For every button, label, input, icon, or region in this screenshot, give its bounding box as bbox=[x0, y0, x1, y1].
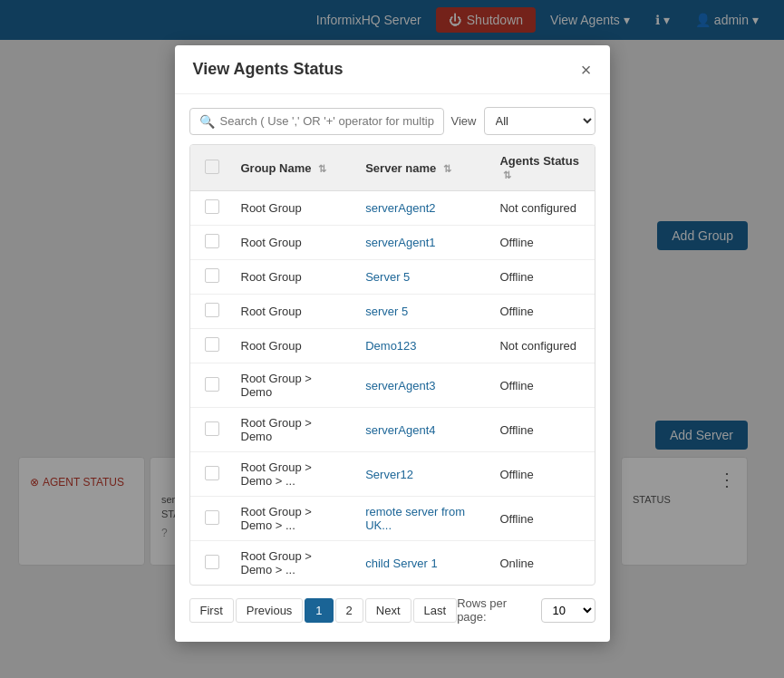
search-icon: 🔍 bbox=[199, 114, 215, 129]
row-checkbox-8 bbox=[190, 497, 230, 541]
row-checkbox-6 bbox=[190, 408, 230, 452]
rows-per-page: Rows per page: 10 25 50 100 bbox=[457, 596, 595, 624]
page-1-button[interactable]: 1 bbox=[305, 598, 333, 623]
server-link-7[interactable]: Server12 bbox=[365, 468, 413, 481]
row-cb-6[interactable] bbox=[205, 421, 219, 436]
row-checkbox-0 bbox=[190, 191, 230, 226]
row-group-7: Root Group > Demo > ... bbox=[230, 452, 355, 497]
row-server-2[interactable]: Server 5 bbox=[354, 260, 489, 295]
table-row: Root Group Demo123 Not configured bbox=[190, 329, 595, 363]
row-status-3: Offline bbox=[489, 295, 594, 329]
row-cb-4[interactable] bbox=[205, 337, 219, 352]
agents-status-header: Agents Status bbox=[499, 154, 578, 168]
page-buttons: First Previous 1 2 Next Last bbox=[189, 598, 458, 623]
agents-status-sort-icon: ⇅ bbox=[503, 170, 511, 181]
select-all-checkbox[interactable] bbox=[205, 160, 219, 174]
server-name-header: Server name bbox=[365, 161, 436, 175]
group-name-header: Group Name bbox=[241, 161, 312, 175]
server-link-6[interactable]: serverAgent4 bbox=[365, 423, 435, 437]
row-checkbox-5 bbox=[190, 363, 230, 408]
row-cb-9[interactable] bbox=[205, 555, 219, 569]
row-cb-5[interactable] bbox=[205, 377, 219, 392]
row-status-0: Not configured bbox=[489, 191, 594, 226]
next-page-button[interactable]: Next bbox=[365, 598, 411, 623]
col-group-name[interactable]: Group Name ⇅ bbox=[230, 145, 355, 191]
row-status-9: Online bbox=[489, 541, 594, 586]
table-outer: Group Name ⇅ Server name ⇅ Agents Status… bbox=[189, 144, 595, 586]
row-status-1: Offline bbox=[489, 226, 594, 260]
row-checkbox-3 bbox=[190, 295, 230, 329]
row-status-5: Offline bbox=[489, 363, 594, 408]
rows-per-page-label: Rows per page: bbox=[457, 596, 533, 624]
row-cb-7[interactable] bbox=[205, 466, 219, 480]
first-page-button[interactable]: First bbox=[189, 598, 234, 623]
search-input[interactable] bbox=[220, 114, 434, 128]
row-cb-2[interactable] bbox=[205, 268, 219, 283]
row-server-6[interactable]: serverAgent4 bbox=[354, 408, 489, 452]
server-link-0[interactable]: serverAgent2 bbox=[365, 201, 435, 215]
col-server-name[interactable]: Server name ⇅ bbox=[354, 145, 489, 191]
row-server-0[interactable]: serverAgent2 bbox=[354, 191, 489, 226]
table-row: Root Group serverAgent1 Offline bbox=[190, 226, 595, 260]
table-row: Root Group > Demo serverAgent4 Offline bbox=[190, 408, 595, 452]
row-status-8: Offline bbox=[489, 497, 594, 541]
row-server-8[interactable]: remote server from UK... bbox=[354, 497, 489, 541]
modal-close-button[interactable]: × bbox=[581, 61, 592, 79]
view-agents-modal: View Agents Status × 🔍 View All Online O… bbox=[175, 45, 610, 642]
row-group-9: Root Group > Demo > ... bbox=[230, 541, 355, 586]
last-page-button[interactable]: Last bbox=[413, 598, 458, 623]
table-row: Root Group > Demo serverAgent3 Offline bbox=[190, 363, 595, 408]
row-cb-1[interactable] bbox=[205, 234, 219, 248]
row-group-6: Root Group > Demo bbox=[230, 408, 355, 452]
table-row: Root Group > Demo > ... Server12 Offline bbox=[190, 452, 595, 497]
server-link-2[interactable]: Server 5 bbox=[365, 270, 410, 284]
row-cb-8[interactable] bbox=[205, 510, 219, 525]
col-checkbox bbox=[190, 145, 230, 191]
row-group-1: Root Group bbox=[230, 226, 355, 260]
row-server-4[interactable]: Demo123 bbox=[354, 329, 489, 363]
row-server-5[interactable]: serverAgent3 bbox=[354, 363, 489, 408]
view-select[interactable]: All Online Offline Not configured bbox=[484, 107, 595, 135]
rows-per-page-select[interactable]: 10 25 50 100 bbox=[541, 598, 595, 623]
server-link-4[interactable]: Demo123 bbox=[365, 339, 416, 353]
previous-page-button[interactable]: Previous bbox=[236, 598, 304, 623]
row-group-8: Root Group > Demo > ... bbox=[230, 497, 355, 541]
row-status-4: Not configured bbox=[489, 329, 594, 363]
row-checkbox-1 bbox=[190, 226, 230, 260]
table-header-row: Group Name ⇅ Server name ⇅ Agents Status… bbox=[190, 145, 595, 191]
server-link-5[interactable]: serverAgent3 bbox=[365, 379, 435, 392]
page-2-button[interactable]: 2 bbox=[335, 598, 363, 623]
row-group-3: Root Group bbox=[230, 295, 355, 329]
table-body: Root Group serverAgent2 Not configured R… bbox=[190, 191, 595, 586]
row-group-4: Root Group bbox=[230, 329, 355, 363]
server-name-sort-icon: ⇅ bbox=[443, 163, 451, 175]
row-status-6: Offline bbox=[489, 408, 594, 452]
col-agents-status[interactable]: Agents Status ⇅ bbox=[489, 145, 594, 191]
row-checkbox-7 bbox=[190, 452, 230, 497]
table-row: Root Group serverAgent2 Not configured bbox=[190, 191, 595, 226]
server-link-3[interactable]: server 5 bbox=[365, 305, 408, 318]
modal-title: View Agents Status bbox=[193, 60, 344, 79]
table-row: Root Group > Demo > ... remote server fr… bbox=[190, 497, 595, 541]
row-server-9[interactable]: child Server 1 bbox=[354, 541, 489, 586]
view-label: View bbox=[451, 114, 477, 128]
row-checkbox-4 bbox=[190, 329, 230, 363]
pagination: First Previous 1 2 Next Last Rows per pa… bbox=[175, 586, 610, 627]
table-row: Root Group Server 5 Offline bbox=[190, 260, 595, 295]
row-server-3[interactable]: server 5 bbox=[354, 295, 489, 329]
row-status-7: Offline bbox=[489, 452, 594, 497]
search-bar: 🔍 View All Online Offline Not configured bbox=[189, 107, 595, 135]
row-checkbox-9 bbox=[190, 541, 230, 586]
server-link-1[interactable]: serverAgent1 bbox=[365, 236, 435, 249]
table-row: Root Group server 5 Offline bbox=[190, 295, 595, 329]
group-name-sort-icon: ⇅ bbox=[318, 163, 326, 175]
server-link-8[interactable]: remote server from UK... bbox=[365, 505, 465, 532]
server-link-9[interactable]: child Server 1 bbox=[365, 557, 437, 570]
row-cb-0[interactable] bbox=[205, 199, 219, 214]
row-checkbox-2 bbox=[190, 260, 230, 295]
row-server-7[interactable]: Server12 bbox=[354, 452, 489, 497]
row-cb-3[interactable] bbox=[205, 303, 219, 317]
agents-table: Group Name ⇅ Server name ⇅ Agents Status… bbox=[190, 145, 595, 585]
row-server-1[interactable]: serverAgent1 bbox=[354, 226, 489, 260]
table-row: Root Group > Demo > ... child Server 1 O… bbox=[190, 541, 595, 586]
